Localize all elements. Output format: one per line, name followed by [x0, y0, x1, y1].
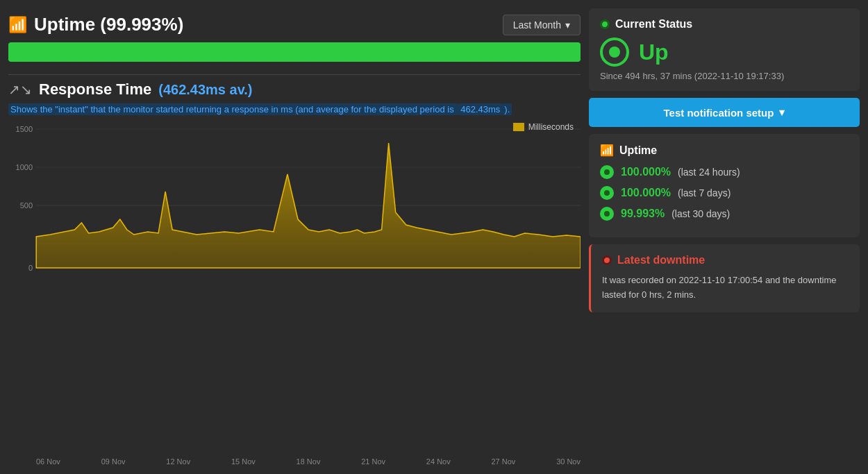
svg-text:500: 500 — [20, 201, 33, 210]
period-label: Last Month — [513, 19, 561, 31]
status-up-text: Up — [639, 40, 669, 65]
x-label-7: 27 Nov — [491, 457, 515, 466]
downtime-description: It was recorded on 2022-11-10 17:00:54 a… — [602, 273, 849, 303]
downtime-red-dot — [602, 255, 612, 265]
response-time-icon: ↗↘ — [8, 81, 32, 98]
uptime-period-24h: (last 24 hours) — [678, 167, 740, 178]
response-time-chart: 1500 1000 500 0 — [8, 122, 581, 275]
latest-downtime-label: Latest downtime — [617, 254, 705, 266]
x-label-2: 12 Nov — [166, 457, 190, 466]
latest-downtime-title-row: Latest downtime — [602, 254, 849, 266]
right-panel: Current Status Up Since 494 hrs, 37 mins… — [589, 8, 860, 466]
status-up-row: Up — [600, 37, 849, 67]
chart-legend: Milliseconds — [513, 122, 574, 132]
uptime-header: 📶 Uptime (99.993%) Last Month ▾ — [8, 8, 581, 42]
uptime-bar-icon: 📶 — [600, 144, 614, 157]
left-panel: 📶 Uptime (99.993%) Last Month ▾ ↗↘ Respo… — [8, 8, 581, 466]
x-axis: 06 Nov 09 Nov 12 Nov 15 Nov 18 Nov 21 No… — [8, 455, 581, 466]
uptime-period-30d: (last 30 days) — [671, 208, 730, 219]
uptime-stats-card: 📶 Uptime 100.000% (last 24 hours) 100.00… — [589, 134, 860, 237]
response-desc-suffix: ). — [502, 103, 512, 115]
uptime-badge-7d — [600, 186, 614, 200]
response-description: Shows the "instant" that the monitor sta… — [8, 103, 581, 117]
up-circle-icon — [600, 37, 629, 67]
x-label-4: 18 Nov — [297, 457, 321, 466]
uptime-pct-30d: 99.993% — [621, 208, 665, 220]
x-label-3: 15 Nov — [231, 457, 256, 466]
svg-text:1000: 1000 — [16, 163, 33, 171]
uptime-badge-24h — [600, 165, 614, 179]
uptime-badge-30d — [600, 207, 614, 221]
up-circle-inner — [609, 46, 620, 58]
uptime-row-30d: 99.993% (last 30 days) — [600, 207, 849, 221]
latest-downtime-card: Latest downtime It was recorded on 2022-… — [589, 244, 860, 312]
uptime-stats-label: Uptime — [619, 144, 657, 157]
uptime-pct-7d: 100.000% — [621, 187, 671, 199]
x-label-6: 24 Nov — [426, 457, 451, 466]
svg-text:0: 0 — [28, 264, 33, 272]
test-notification-button[interactable]: Test notification setup ▾ — [589, 98, 860, 127]
uptime-row-7d: 100.000% (last 7 days) — [600, 186, 849, 200]
uptime-stats-title: 📶 Uptime — [600, 144, 849, 157]
response-avg-label: (462.43ms av.) — [158, 82, 252, 98]
uptime-pct-24h: 100.000% — [621, 166, 671, 178]
section-divider — [8, 74, 581, 75]
uptime-bar-container — [8, 42, 581, 62]
uptime-bar-fill — [8, 42, 581, 62]
current-status-label: Current Status — [615, 18, 692, 31]
status-online-dot — [600, 19, 610, 29]
bar-chart-icon: 📶 — [8, 16, 27, 34]
x-label-0: 06 Nov — [36, 457, 60, 466]
x-label-1: 09 Nov — [101, 457, 126, 466]
uptime-row-24h: 100.000% (last 24 hours) — [600, 165, 849, 179]
uptime-title-group: 📶 Uptime (99.993%) — [8, 14, 183, 35]
response-desc-prefix: Shows the "instant" that the monitor sta… — [8, 103, 458, 115]
x-label-5: 21 Nov — [361, 457, 385, 466]
notification-chevron-icon: ▾ — [779, 106, 785, 119]
response-avg-value: 462.43ms — [458, 103, 502, 115]
period-dropdown-button[interactable]: Last Month ▾ — [503, 15, 581, 35]
response-time-title: Response Time — [39, 81, 151, 99]
uptime-title: Uptime (99.993%) — [34, 14, 183, 35]
svg-text:1500: 1500 — [16, 125, 33, 133]
legend-label: Milliseconds — [528, 122, 574, 132]
current-status-title-row: Current Status — [600, 18, 849, 31]
current-status-card: Current Status Up Since 494 hrs, 37 mins… — [589, 8, 860, 91]
legend-color-box — [513, 123, 524, 131]
chart-wrapper: Milliseconds 1500 1000 500 0 — [8, 122, 581, 455]
response-time-header: ↗↘ Response Time (462.43ms av.) — [8, 81, 581, 99]
since-text: Since 494 hrs, 37 mins (2022-11-10 19:17… — [600, 71, 849, 81]
uptime-period-7d: (last 7 days) — [678, 187, 731, 198]
x-label-8: 30 Nov — [556, 457, 581, 466]
test-notification-label: Test notification setup — [664, 107, 774, 119]
chevron-down-icon: ▾ — [565, 19, 570, 31]
